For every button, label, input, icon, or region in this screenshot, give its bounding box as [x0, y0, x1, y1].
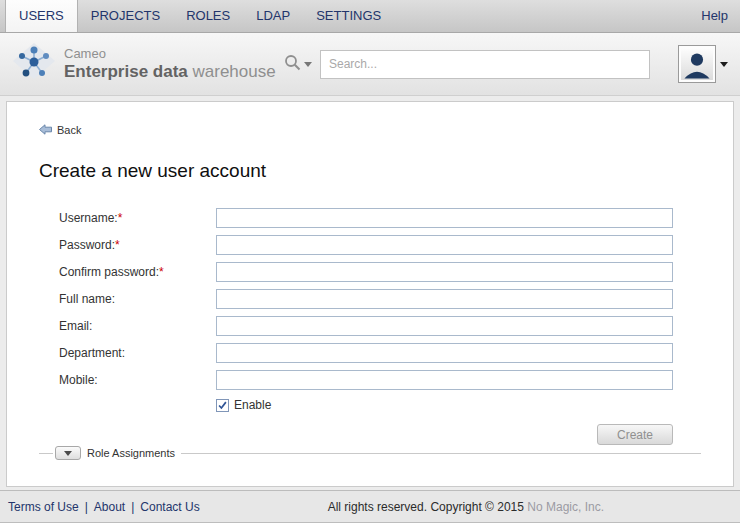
form-row-full-name: Full name: — [59, 289, 673, 309]
form-row-email: Email: — [59, 316, 673, 336]
search-dropdown-icon — [304, 62, 312, 67]
back-label: Back — [57, 124, 81, 136]
enable-label: Enable — [234, 398, 271, 412]
password-input[interactable] — [216, 235, 673, 255]
content-area: Back Create a new user account Username:… — [0, 96, 740, 490]
form-row-confirm-password: Confirm password:* — [59, 262, 673, 282]
divider — [39, 453, 53, 454]
tab-settings[interactable]: SETTINGS — [303, 0, 394, 32]
username-label: Username:* — [59, 211, 216, 225]
user-menu — [678, 45, 728, 83]
contact-us-link[interactable]: Contact Us — [140, 500, 199, 514]
tab-projects[interactable]: PROJECTS — [78, 0, 173, 32]
required-mark: * — [118, 211, 123, 225]
separator: | — [131, 500, 134, 514]
search-icon — [284, 54, 301, 75]
mobile-input[interactable] — [216, 370, 673, 390]
search-scope-button[interactable] — [284, 54, 312, 75]
header: Cameo Enterprise data warehouse — [0, 33, 740, 96]
brand: Cameo Enterprise data warehouse — [12, 42, 284, 86]
divider — [181, 453, 701, 454]
enable-checkbox[interactable] — [216, 399, 229, 412]
user-menu-dropdown-icon[interactable] — [720, 62, 728, 67]
user-form: Username:* Password:* Confirm password:*… — [59, 208, 673, 445]
email-label: Email: — [59, 319, 216, 333]
check-icon — [217, 400, 228, 411]
create-button[interactable]: Create — [597, 424, 673, 445]
search-area — [284, 50, 650, 79]
brand-product-light: warehouse — [188, 62, 276, 81]
brand-product-bold: Enterprise data — [64, 62, 188, 81]
footer-links: Terms of Use | About | Contact Us — [8, 500, 200, 514]
back-link[interactable]: Back — [39, 121, 81, 139]
company-name: No Magic, Inc. — [527, 500, 604, 514]
email-input[interactable] — [216, 316, 673, 336]
copyright-text: All rights reserved. Copyright © 2015 No… — [200, 500, 732, 514]
confirm-password-label: Confirm password:* — [59, 265, 216, 279]
footer: Terms of Use | About | Contact Us All ri… — [0, 490, 740, 523]
top-nav: USERS PROJECTS ROLES LDAP SETTINGS Help — [0, 0, 740, 33]
full-name-label: Full name: — [59, 292, 216, 306]
cameo-logo-icon — [12, 42, 56, 86]
separator: | — [85, 500, 88, 514]
department-input[interactable] — [216, 343, 673, 363]
brand-name: Cameo — [64, 47, 276, 62]
app-window: USERS PROJECTS ROLES LDAP SETTINGS Help — [0, 0, 740, 523]
tab-ldap[interactable]: LDAP — [243, 0, 303, 32]
confirm-password-input[interactable] — [216, 262, 673, 282]
copyright-label: All rights reserved. Copyright © 2015 — [328, 500, 528, 514]
form-row-department: Department: — [59, 343, 673, 363]
about-link[interactable]: About — [94, 500, 125, 514]
caret-down-icon — [64, 451, 72, 456]
password-label: Password:* — [59, 238, 216, 252]
main-panel: Back Create a new user account Username:… — [6, 101, 734, 487]
back-arrow-icon — [39, 121, 52, 139]
form-row-username: Username:* — [59, 208, 673, 228]
brand-text: Cameo Enterprise data warehouse — [64, 47, 276, 81]
enable-row: Enable — [216, 397, 673, 413]
required-mark: * — [159, 265, 164, 279]
tab-roles[interactable]: ROLES — [173, 0, 243, 32]
avatar[interactable] — [678, 45, 716, 83]
search-input[interactable] — [320, 50, 650, 79]
mobile-label: Mobile: — [59, 373, 216, 387]
user-silhouette-icon — [680, 48, 714, 82]
create-row: Create — [59, 424, 673, 445]
tab-users[interactable]: USERS — [5, 0, 78, 32]
role-assignments-label: Role Assignments — [87, 447, 175, 459]
terms-of-use-link[interactable]: Terms of Use — [8, 500, 79, 514]
department-label: Department: — [59, 346, 216, 360]
page-title: Create a new user account — [39, 160, 701, 182]
help-link[interactable]: Help — [689, 0, 740, 32]
full-name-input[interactable] — [216, 289, 673, 309]
form-row-password: Password:* — [59, 235, 673, 255]
username-input[interactable] — [216, 208, 673, 228]
form-row-mobile: Mobile: — [59, 370, 673, 390]
required-mark: * — [115, 238, 120, 252]
role-assignments-section: Role Assignments — [39, 446, 701, 460]
role-assignments-toggle-button[interactable] — [55, 446, 81, 460]
